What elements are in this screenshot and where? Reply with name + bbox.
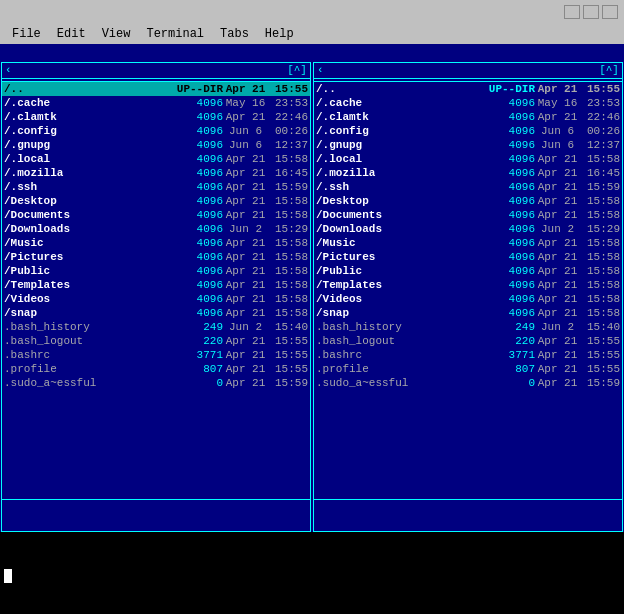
file-row[interactable]: .bashrc 3771 Apr 21 15:55 [2, 348, 310, 362]
file-time: 15:55 [580, 83, 620, 95]
file-name: /Documents [4, 209, 168, 221]
file-row[interactable]: /.gnupg 4096 Jun 6 12:37 [2, 138, 310, 152]
menu-item-tabs[interactable]: Tabs [212, 25, 257, 43]
file-name: /.ssh [4, 181, 168, 193]
file-row[interactable]: /Desktop 4096 Apr 21 15:58 [2, 194, 310, 208]
file-row[interactable]: /Templates 4096 Apr 21 15:58 [314, 278, 622, 292]
file-row[interactable]: .profile 807 Apr 21 15:55 [2, 362, 310, 376]
file-row[interactable]: /Documents 4096 Apr 21 15:58 [314, 208, 622, 222]
menu-item-file[interactable]: File [4, 25, 49, 43]
file-size: 4096 [168, 293, 223, 305]
file-date: Apr 21 [535, 153, 580, 165]
file-row[interactable]: /Downloads 4096 Jun 2 15:29 [2, 222, 310, 236]
menu-item-terminal[interactable]: Terminal [138, 25, 212, 43]
file-size: 4096 [480, 111, 535, 123]
file-time: 15:59 [268, 181, 308, 193]
file-date: Jun 2 [535, 223, 580, 235]
left-panel-files: /.. UP--DIR Apr 21 15:55 /.cache 4096 Ma… [2, 82, 310, 499]
file-row[interactable]: /.gnupg 4096 Jun 6 12:37 [314, 138, 622, 152]
file-row[interactable]: /Public 4096 Apr 21 15:58 [2, 264, 310, 278]
file-row[interactable]: .bashrc 3771 Apr 21 15:55 [314, 348, 622, 362]
file-row[interactable]: .profile 807 Apr 21 15:55 [314, 362, 622, 376]
file-row[interactable]: /Desktop 4096 Apr 21 15:58 [314, 194, 622, 208]
file-time: 15:59 [580, 377, 620, 389]
file-time: 15:29 [580, 223, 620, 235]
file-row[interactable]: /.mozilla 4096 Apr 21 16:45 [314, 166, 622, 180]
file-date: Apr 21 [535, 363, 580, 375]
file-time: 15:55 [268, 363, 308, 375]
file-row[interactable]: /.. UP--DIR Apr 21 15:55 [2, 82, 310, 96]
file-row[interactable]: /Documents 4096 Apr 21 15:58 [2, 208, 310, 222]
file-row[interactable]: /.cache 4096 May 16 23:53 [314, 96, 622, 110]
file-row[interactable]: /.config 4096 Jun 6 00:26 [314, 124, 622, 138]
file-row[interactable]: /Public 4096 Apr 21 15:58 [314, 264, 622, 278]
file-row[interactable]: /.local 4096 Apr 21 15:58 [2, 152, 310, 166]
file-date: Apr 21 [223, 279, 268, 291]
file-date: Apr 21 [223, 83, 268, 95]
file-date: Apr 21 [223, 377, 268, 389]
file-time: 15:58 [580, 265, 620, 277]
file-row[interactable]: /.ssh 4096 Apr 21 15:59 [2, 180, 310, 194]
file-row[interactable]: .bash_history 249 Jun 2 15:40 [2, 320, 310, 334]
file-date: Apr 21 [223, 153, 268, 165]
file-row[interactable]: /snap 4096 Apr 21 15:58 [314, 306, 622, 320]
file-row[interactable]: /snap 4096 Apr 21 15:58 [2, 306, 310, 320]
file-date: Apr 21 [223, 265, 268, 277]
file-row[interactable]: /Videos 4096 Apr 21 15:58 [314, 292, 622, 306]
file-row[interactable]: /Music 4096 Apr 21 15:58 [2, 236, 310, 250]
file-row[interactable]: /.. UP--DIR Apr 21 15:55 [314, 82, 622, 96]
file-row[interactable]: /Pictures 4096 Apr 21 15:58 [2, 250, 310, 264]
file-row[interactable]: /Pictures 4096 Apr 21 15:58 [314, 250, 622, 264]
file-date: Apr 21 [535, 167, 580, 179]
file-date: Jun 6 [223, 125, 268, 137]
close-button[interactable] [602, 5, 618, 19]
mc-info-line [0, 532, 624, 548]
file-time: 15:58 [580, 293, 620, 305]
right-panel-files: /.. UP--DIR Apr 21 15:55 /.cache 4096 Ma… [314, 82, 622, 499]
file-date: Jun 6 [223, 139, 268, 151]
file-name: /.clamtk [316, 111, 480, 123]
file-name: /.local [4, 153, 168, 165]
file-name: /Videos [4, 293, 168, 305]
file-row[interactable]: .bash_logout 220 Apr 21 15:55 [314, 334, 622, 348]
file-row[interactable]: /.mozilla 4096 Apr 21 16:45 [2, 166, 310, 180]
file-size: 4096 [168, 167, 223, 179]
menu-item-help[interactable]: Help [257, 25, 302, 43]
file-date: Apr 21 [223, 209, 268, 221]
file-row[interactable]: .sudo_a~essful 0 Apr 21 15:59 [2, 376, 310, 390]
file-row[interactable]: /.local 4096 Apr 21 15:58 [314, 152, 622, 166]
file-row[interactable]: /.clamtk 4096 Apr 21 22:46 [2, 110, 310, 124]
file-row[interactable]: /Videos 4096 Apr 21 15:58 [2, 292, 310, 306]
file-row[interactable]: /.clamtk 4096 Apr 21 22:46 [314, 110, 622, 124]
file-time: 15:58 [268, 237, 308, 249]
file-row[interactable]: /.config 4096 Jun 6 00:26 [2, 124, 310, 138]
file-row[interactable]: .sudo_a~essful 0 Apr 21 15:59 [314, 376, 622, 390]
file-size: 4096 [168, 181, 223, 193]
file-size: 807 [168, 363, 223, 375]
menu-item-view[interactable]: View [94, 25, 139, 43]
file-size: 4096 [480, 279, 535, 291]
file-row[interactable]: .bash_history 249 Jun 2 15:40 [314, 320, 622, 334]
file-row[interactable]: .bash_logout 220 Apr 21 15:55 [2, 334, 310, 348]
file-name: /.mozilla [4, 167, 168, 179]
maximize-button[interactable] [583, 5, 599, 19]
file-row[interactable]: /.cache 4096 May 16 23:53 [2, 96, 310, 110]
file-row[interactable]: /Music 4096 Apr 21 15:58 [314, 236, 622, 250]
right-panel-diskinfo [314, 515, 622, 531]
file-date: Apr 21 [535, 181, 580, 193]
file-name: .bash_history [4, 321, 168, 333]
file-size: 4096 [480, 293, 535, 305]
file-row[interactable]: /Downloads 4096 Jun 2 15:29 [314, 222, 622, 236]
file-date: May 16 [535, 97, 580, 109]
left-panel-path: ‹ [^] [2, 63, 310, 79]
file-size: 4096 [168, 279, 223, 291]
file-date: Apr 21 [535, 293, 580, 305]
file-row[interactable]: /Templates 4096 Apr 21 15:58 [2, 278, 310, 292]
command-line[interactable] [0, 566, 624, 586]
file-row[interactable]: /.ssh 4096 Apr 21 15:59 [314, 180, 622, 194]
menu-item-edit[interactable]: Edit [49, 25, 94, 43]
file-size: 4096 [480, 97, 535, 109]
file-size: 4096 [480, 153, 535, 165]
file-size: 4096 [168, 209, 223, 221]
minimize-button[interactable] [564, 5, 580, 19]
